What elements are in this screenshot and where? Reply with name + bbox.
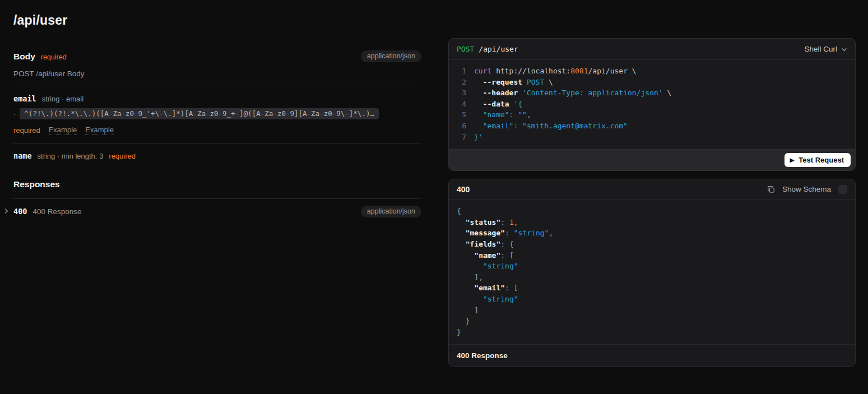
endpoint-path-label: /api/user [479,45,518,53]
body-required-badge: required [41,53,67,61]
chevron-right-icon [3,208,10,214]
property-email: email string · email · ^(?!\.)(?!.*\.\.)… [13,94,421,135]
property-name-field: name string · min length: 3 required [13,151,421,160]
code-line: 7}' [449,132,855,143]
response-label: 400 Response [33,207,360,216]
line-number: 7 [458,132,466,143]
code-text: --data '{ [474,99,522,110]
request-panel-footer: ▶ Test Request [449,149,855,170]
response-content-type-badge: application/json [361,206,421,217]
responses-heading: Responses [13,179,421,189]
pattern-separator-dot: · [13,110,16,118]
code-line: 6 "email": "smith.agent@matrix.com" [449,120,855,132]
response-panel-header: 400 Show Schema [449,179,855,200]
play-icon: ▶ [790,157,795,163]
code-line: ] [449,305,855,316]
show-schema-label[interactable]: Show Schema [782,185,831,193]
response-footer-label: 400 Response [457,351,508,360]
chevron-down-icon [841,47,847,53]
example-link[interactable]: Example [49,126,77,135]
response-row-400[interactable]: 400 400 Response application/json [13,199,421,224]
test-request-button[interactable]: ▶ Test Request [785,153,851,167]
code-line: 3 --header 'Content-Type: application/js… [449,87,855,99]
code-text: { [457,206,461,217]
test-request-label: Test Request [799,156,844,164]
line-number: 2 [458,77,466,88]
property-required-badge: required [13,126,40,135]
code-line: "status": 1, [449,217,855,228]
code-line: "email": [ [449,282,855,294]
email-pattern-chip: ^(?!\.)(?!.*\.\.)([A-Za-z0-9_'+\-\.]*)[A… [20,108,379,119]
request-code-block: 1curl http://localhost:8081/api/user \2 … [449,60,855,149]
code-text: "name": [ [457,250,514,261]
response-code-block: { "status": 1, "message": "string", "fie… [449,200,855,344]
line-number: 3 [458,87,466,99]
code-line: 1curl http://localhost:8081/api/user \ [449,66,855,77]
code-text: "string" [457,294,518,305]
body-section-header: Body required application/json [13,50,421,62]
code-text: } [457,316,470,327]
show-schema-checkbox[interactable] [838,185,847,194]
code-line: "message": "string", [449,228,855,239]
http-method-label: POST [457,45,474,53]
line-number: 4 [458,99,466,110]
code-text: "message": "string", [457,228,553,239]
code-line: ], [449,272,855,283]
code-line: 5 "name": "", [449,109,855,120]
code-text: } [457,327,461,338]
examples-column: POST /api/user Shell Curl 1curl http://l… [448,38,856,367]
response-example-panel: 400 Show Schema { "status": 1, "message"… [448,179,856,367]
response-status-code: 400 [13,207,27,216]
code-line: "fields": { [449,239,855,250]
line-number: 1 [458,66,466,77]
code-text: }' [474,132,483,143]
code-text: --header 'Content-Type: application/json… [474,87,671,99]
code-text: ] [457,305,479,316]
divider [13,143,421,143]
code-line: { [449,206,855,217]
body-heading: Body [13,52,35,62]
client-library-select[interactable]: Shell Curl [804,45,847,53]
code-text: "name": "", [474,109,531,120]
code-text: "status": 1, [457,217,518,228]
code-line: "string" [449,261,855,272]
api-reference-page: /api/user Body required application/json… [0,0,868,394]
code-line: } [449,327,855,338]
line-number: 5 [458,109,466,120]
body-subtitle: POST /api/user Body [13,69,421,78]
property-name: email [13,94,36,103]
client-library-label: Shell Curl [804,45,837,53]
line-number: 6 [458,120,466,132]
property-type: string · min length: 3 [38,152,104,160]
code-text: --request POST \ [474,77,553,88]
code-line: 2 --request POST \ [449,77,855,88]
request-example-panel: POST /api/user Shell Curl 1curl http://l… [448,38,856,171]
code-text: "email": [ [457,282,518,294]
code-text: "fields": { [457,239,514,250]
code-text: "email": "smith.agent@matrix.com" [474,120,628,132]
response-panel-footer: 400 Response [449,344,855,367]
divider [13,86,421,86]
copy-icon[interactable] [767,186,775,193]
property-type: string · email [42,95,83,103]
request-panel-header: POST /api/user Shell Curl [449,39,855,60]
response-status-heading: 400 [457,185,470,194]
code-line: } [449,316,855,327]
property-required-badge: required [109,152,136,160]
code-text: ], [457,272,483,283]
property-name: name [13,151,32,160]
endpoint-docs-column: /api/user Body required application/json… [13,0,421,224]
code-line: "string" [449,294,855,305]
code-text: "string" [457,261,518,272]
code-line: 4 --data '{ [449,99,855,110]
body-content-type-badge: application/json [361,50,421,62]
code-line: "name": [ [449,250,855,261]
page-title: /api/user [13,13,421,28]
example-link[interactable]: Example [85,126,114,135]
code-text: curl http://localhost:8081/api/user \ [474,66,637,77]
